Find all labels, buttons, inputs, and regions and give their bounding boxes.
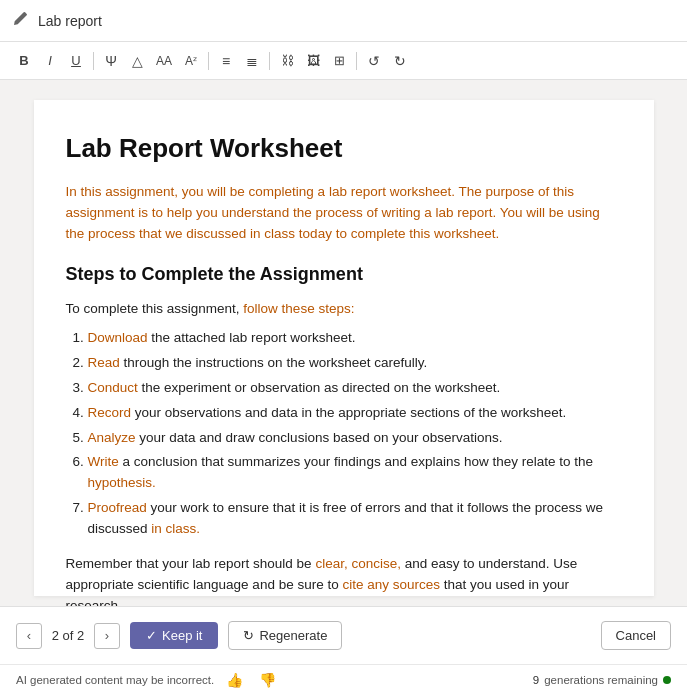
- content-area: Lab Report Worksheet In this assignment,…: [0, 80, 687, 606]
- thumbup-button[interactable]: 👍: [222, 670, 247, 690]
- cancel-button[interactable]: Cancel: [601, 621, 671, 650]
- regenerate-button[interactable]: ↻ Regenerate: [228, 621, 342, 650]
- font-size-button[interactable]: AA: [151, 48, 177, 74]
- bullet-list-button[interactable]: ≡: [214, 48, 238, 74]
- list-item: Conduct the experiment or observation as…: [88, 378, 622, 399]
- separator-1: [93, 52, 94, 70]
- list-item: Write a conclusion that summarizes your …: [88, 452, 622, 494]
- table-button[interactable]: ⊞: [327, 48, 351, 74]
- separator-2: [208, 52, 209, 70]
- list-item: Analyze your data and draw conclusions b…: [88, 428, 622, 449]
- page-navigation: ‹ 2 of 2 ›: [16, 623, 120, 649]
- regenerate-label: Regenerate: [259, 628, 327, 643]
- bottom-nav: ‹ 2 of 2 › ✓ Keep it ↻ Regenerate Cancel: [0, 606, 687, 664]
- regenerate-icon: ↻: [243, 628, 254, 643]
- edit-icon: [12, 11, 28, 31]
- page-counter: 2 of 2: [48, 628, 88, 643]
- format3-button[interactable]: Aᶻ: [179, 48, 203, 74]
- doc-steps-intro: To complete this assignment, follow thes…: [66, 299, 622, 320]
- list-item: Proofread your work to ensure that it is…: [88, 498, 622, 540]
- intro-text: In this assignment, you will be completi…: [66, 184, 600, 241]
- highlight-button[interactable]: △: [125, 48, 149, 74]
- checkmark-icon: ✓: [146, 628, 157, 643]
- bold-button[interactable]: B: [12, 48, 36, 74]
- keep-it-button[interactable]: ✓ Keep it: [130, 622, 218, 649]
- doc-section-title: Steps to Complete the Assignment: [66, 261, 622, 289]
- link-button[interactable]: ⛓: [275, 48, 299, 74]
- generations-label: generations remaining: [544, 674, 658, 686]
- thumbdown-button[interactable]: 👎: [255, 670, 280, 690]
- doc-title: Lab Report Worksheet: [66, 128, 622, 168]
- top-bar: [0, 0, 687, 42]
- keep-it-label: Keep it: [162, 628, 202, 643]
- document-paper: Lab Report Worksheet In this assignment,…: [34, 100, 654, 596]
- doc-remember: Remember that your lab report should be …: [66, 554, 622, 606]
- list-item: Record your observations and data in the…: [88, 403, 622, 424]
- document-title-input[interactable]: [38, 13, 675, 29]
- footer-left: AI generated content may be incorrect. 👍…: [16, 670, 280, 690]
- undo-button[interactable]: ↺: [362, 48, 386, 74]
- status-dot: [663, 676, 671, 684]
- strikethrough-button[interactable]: Ψ: [99, 48, 123, 74]
- underline-button[interactable]: U: [64, 48, 88, 74]
- footer-right: 9 generations remaining: [533, 674, 671, 686]
- separator-3: [269, 52, 270, 70]
- numbered-list-button[interactable]: ≣: [240, 48, 264, 74]
- prev-page-button[interactable]: ‹: [16, 623, 42, 649]
- steps-intro-text: To complete this assignment, follow thes…: [66, 301, 355, 316]
- ai-disclaimer: AI generated content may be incorrect.: [16, 674, 214, 686]
- cancel-label: Cancel: [616, 628, 656, 643]
- doc-steps-list: Download the attached lab report workshe…: [66, 328, 622, 540]
- italic-button[interactable]: I: [38, 48, 62, 74]
- list-item: Download the attached lab report workshe…: [88, 328, 622, 349]
- redo-button[interactable]: ↻: [388, 48, 412, 74]
- image-button[interactable]: 🖼: [301, 48, 325, 74]
- next-page-button[interactable]: ›: [94, 623, 120, 649]
- toolbar: B I U Ψ △ AA Aᶻ ≡ ≣ ⛓ 🖼 ⊞ ↺ ↻: [0, 42, 687, 80]
- footer-bar: AI generated content may be incorrect. 👍…: [0, 664, 687, 695]
- doc-intro: In this assignment, you will be completi…: [66, 182, 622, 245]
- separator-4: [356, 52, 357, 70]
- generations-count: 9: [533, 674, 539, 686]
- list-item: Read through the instructions on the wor…: [88, 353, 622, 374]
